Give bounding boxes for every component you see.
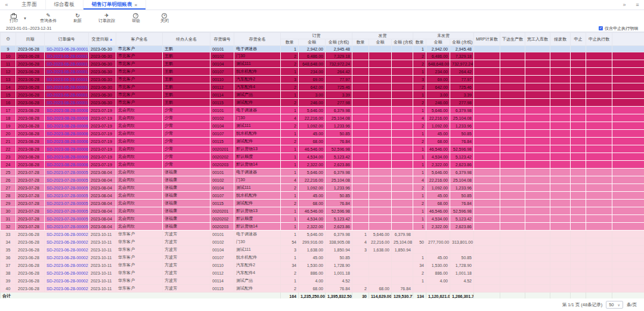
table-row[interactable]: 142023-06-28SD-2023-06-28-000012023-06-3… xyxy=(1,83,644,91)
table-row[interactable]: 212023-08-28SD-2023-08-28-000062023-07-1… xyxy=(1,138,644,145)
order-link[interactable]: SD-2023-06-28-00001 xyxy=(47,47,88,51)
include-aborted-checkbox[interactable]: ✓ 仅含中止执行明细 xyxy=(599,26,638,32)
order-link[interactable]: SD-2023-06-28-00002 xyxy=(47,271,88,275)
table-row[interactable]: 202023-08-28SD-2023-08-28-000062023-07-1… xyxy=(1,130,644,138)
order-link[interactable]: SD-2023-06-28-00001 xyxy=(47,77,88,82)
subcolumn-header-订货-数量[interactable]: 数量 xyxy=(281,39,299,46)
order-link[interactable]: SD-2023-07-28-00005 xyxy=(47,186,88,190)
table-row[interactable]: 342023-06-28SD-2023-06-28-000022023-10-1… xyxy=(1,238,644,246)
order-link[interactable]: SD-2023-06-28-00001 xyxy=(47,62,88,66)
table-row[interactable]: 182023-08-28SD-2023-08-28-000062023-07-1… xyxy=(1,114,644,122)
order-link[interactable]: SD-2023-06-28-00001 xyxy=(47,70,88,74)
subcolumn-header-发货-金额[interactable]: 金额 xyxy=(369,39,392,46)
table-row[interactable]: 242023-08-28SD-2023-08-28-000062023-07-1… xyxy=(1,161,644,169)
toolbar-button-refresh[interactable]: ↻刷新 xyxy=(70,13,85,24)
order-link[interactable]: SD-2023-07-28-00005 xyxy=(47,178,88,182)
order-link[interactable]: SD-2023-07-28-00005 xyxy=(47,194,88,198)
table-row[interactable]: 302023-07-28SD-2023-07-28-000052023-08-0… xyxy=(1,207,644,215)
order-link[interactable]: SD-2023-07-28-00005 xyxy=(47,209,88,213)
column-header-经办人全名[interactable]: 经办人全名 xyxy=(163,33,210,46)
subcolumn-header-订货-金额[interactable]: 金额 xyxy=(299,39,326,46)
subcolumn-header-未发货-数量[interactable]: 数量 xyxy=(413,39,426,46)
order-link[interactable]: SD-2023-07-28-00005 xyxy=(47,225,88,229)
order-link[interactable]: SD-2023-06-28-00002 xyxy=(47,240,88,244)
column-header-MRP计算数[interactable]: MRP计算数 xyxy=(474,33,500,46)
column-header-交货日期[interactable]: 交货日期 ▲ xyxy=(89,33,116,46)
toolbar-button-help[interactable]: ?帮助 xyxy=(128,13,144,24)
order-link[interactable]: SD-2023-06-28-00002 xyxy=(47,232,88,237)
subcolumn-header-发货-金额 (含税)[interactable]: 金额 (含税) xyxy=(392,39,413,46)
order-link[interactable]: SD-2023-08-28-00006 xyxy=(47,124,88,128)
tab-close-icon[interactable]: × xyxy=(135,2,138,8)
order-link[interactable]: SD-2023-06-28-00001 xyxy=(47,101,88,105)
table-row[interactable]: 132023-06-28SD-2023-06-28-000012023-06-3… xyxy=(1,76,644,83)
table-row[interactable]: 222023-08-28SD-2023-08-28-000062023-07-1… xyxy=(1,145,644,153)
column-header-存货编号[interactable]: 存货编号 xyxy=(210,33,234,46)
table-row[interactable]: 282023-07-28SD-2023-07-28-000052023-08-0… xyxy=(1,192,644,200)
table-row[interactable]: 392023-06-28SD-2023-06-28-000022023-10-1… xyxy=(1,277,644,285)
table-row[interactable]: 352023-06-28SD-2023-06-28-000022023-10-1… xyxy=(1,246,644,254)
table-row[interactable]: 112023-06-28SD-2023-06-28-000012023-06-3… xyxy=(1,60,644,68)
table-row[interactable]: 162023-06-28SD-2023-06-28-000012023-06-3… xyxy=(1,99,644,107)
tab-3[interactable]: 销售订单明细账表× xyxy=(83,0,147,10)
table-row[interactable]: 312023-07-28SD-2023-07-28-000052023-08-0… xyxy=(1,215,644,223)
subcolumn-header-发货-数量[interactable]: 数量 xyxy=(352,39,369,46)
column-header-完工入库数[interactable]: 完工入库数 xyxy=(525,33,550,46)
order-link[interactable]: SD-2023-08-28-00006 xyxy=(47,116,88,120)
grid-settings-header[interactable]: ⚙ xyxy=(1,33,16,46)
order-link[interactable]: SD-2023-08-28-00006 xyxy=(47,155,88,159)
table-row[interactable]: 292023-07-28SD-2023-07-28-000052023-08-0… xyxy=(1,200,644,207)
expand-tabs-icon[interactable]: » xyxy=(618,0,631,10)
table-row[interactable]: 92023-06-28SD-2023-06-28-000012023-06-30… xyxy=(1,46,644,52)
column-header-存货全名[interactable]: 存货全名 xyxy=(234,33,281,46)
table-row[interactable]: 372023-06-28SD-2023-06-28-000022023-10-1… xyxy=(1,262,644,269)
column-header-中止执行数[interactable]: 中止执行数 xyxy=(586,33,612,46)
print-dropdown-icon[interactable]: ▼ xyxy=(23,17,27,20)
table-row[interactable]: 252023-07-28SD-2023-07-28-000052023-08-0… xyxy=(1,169,644,176)
order-link[interactable]: SD-2023-08-28-00006 xyxy=(47,139,88,144)
order-link[interactable]: SD-2023-06-28-00002 xyxy=(47,248,88,252)
page-size-select[interactable]: 50 ∨ xyxy=(606,301,623,309)
gear-icon[interactable]: ⚙ xyxy=(6,36,10,42)
order-link[interactable]: SD-2023-06-28-00001 xyxy=(47,85,88,89)
column-header-客户全名[interactable]: 客户全名 xyxy=(116,33,163,46)
subcolumn-header-未发货-金额[interactable]: 金额 xyxy=(426,39,450,46)
table-row[interactable]: 192023-08-28SD-2023-08-28-000062023-07-1… xyxy=(1,122,644,130)
table-row[interactable]: 102023-06-28SD-2023-06-28-000012023-06-3… xyxy=(1,52,644,60)
collapse-tabs-icon[interactable]: « xyxy=(0,0,13,10)
order-link[interactable]: SD-2023-07-28-00005 xyxy=(47,217,88,221)
table-row[interactable]: 332023-06-28SD-2023-06-28-000022023-10-1… xyxy=(1,231,644,238)
column-header-下达生产数[interactable]: 下达生产数 xyxy=(500,33,525,46)
order-link[interactable]: SD-2023-06-28-00001 xyxy=(47,93,88,97)
table-row[interactable]: 402023-06-28SD-2023-06-28-000022023-10-1… xyxy=(1,285,644,293)
sort-asc-icon[interactable]: ▲ xyxy=(109,38,113,41)
column-header-日期[interactable]: 日期 xyxy=(16,33,45,46)
table-row[interactable]: 382023-06-28SD-2023-06-28-000022023-10-1… xyxy=(1,269,644,277)
order-link[interactable]: SD-2023-06-28-00001 xyxy=(47,54,88,58)
tab-list-menu-icon[interactable]: ≡ xyxy=(631,0,644,10)
column-header-报废数[interactable]: 报废数 xyxy=(550,33,571,46)
table-row[interactable]: 152023-06-28SD-2023-06-28-000012023-06-3… xyxy=(1,91,644,99)
table-row[interactable]: 322023-07-28SD-2023-07-28-000052023-08-0… xyxy=(1,223,644,231)
order-link[interactable]: SD-2023-07-28-00005 xyxy=(47,170,88,175)
order-link[interactable]: SD-2023-06-28-00002 xyxy=(47,263,88,268)
subcolumn-header-未发货-金额 (含税)[interactable]: 金额 (含税) xyxy=(450,39,474,46)
order-link[interactable]: SD-2023-07-28-00005 xyxy=(47,201,88,206)
tab-2[interactable]: 综合看板 xyxy=(46,0,83,10)
order-link[interactable]: SD-2023-06-28-00002 xyxy=(47,287,88,291)
table-row[interactable]: 122023-06-28SD-2023-06-28-000012023-06-3… xyxy=(1,68,644,76)
toolbar-button-query[interactable]: ✎查询条件 xyxy=(40,13,57,24)
tab-1[interactable]: 主界面 xyxy=(13,0,46,10)
order-link[interactable]: SD-2023-06-28-00002 xyxy=(47,256,88,260)
order-link[interactable]: SD-2023-08-28-00006 xyxy=(47,147,88,151)
order-link[interactable]: SD-2023-08-28-00006 xyxy=(47,132,88,136)
column-header-订单编号[interactable]: 订单编号 xyxy=(45,33,89,46)
table-row[interactable]: 272023-07-28SD-2023-07-28-000052023-08-0… xyxy=(1,184,644,192)
toolbar-button-send[interactable]: ✈订单跟踪 xyxy=(98,13,115,24)
order-link[interactable]: SD-2023-06-28-00002 xyxy=(47,279,88,283)
subcolumn-header-订货-金额 (含税)[interactable]: 金额 (含税) xyxy=(326,39,352,46)
table-row[interactable]: 232023-08-28SD-2023-08-28-000062023-07-1… xyxy=(1,153,644,161)
table-row[interactable]: 262023-07-28SD-2023-07-28-000052023-08-0… xyxy=(1,176,644,184)
order-link[interactable]: SD-2023-08-28-00006 xyxy=(47,108,88,113)
column-header-中止[interactable]: 中止 xyxy=(571,33,586,46)
